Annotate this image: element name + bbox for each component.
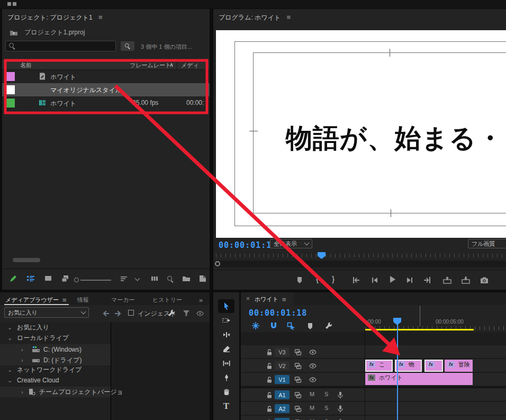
lift-button[interactable]	[443, 276, 451, 284]
track-target-toggle[interactable]: V1	[275, 375, 290, 384]
filter-funnel-icon[interactable]	[182, 309, 191, 317]
track-target-toggle[interactable]: A1	[275, 390, 290, 399]
track-select-forward-tool[interactable]	[218, 314, 234, 327]
track-v3[interactable]: V3	[241, 345, 506, 359]
track-lock-icon[interactable]	[265, 362, 274, 370]
project-row-1[interactable]: ホワイト	[2, 70, 210, 83]
tree-item-5[interactable]: ⌄ネットワークドライブ	[0, 364, 111, 375]
panel-menu-icon[interactable]: ≡	[62, 296, 67, 304]
solo-button[interactable]: S	[324, 391, 328, 397]
tree-item-label[interactable]: D: (ドライブ)	[43, 356, 82, 365]
step-back-button[interactable]	[371, 276, 379, 284]
tree-expander-icon[interactable]: ›	[21, 357, 28, 363]
mark-out-button[interactable]: }	[332, 274, 335, 283]
tree-item-1[interactable]: ⌄お気に入り	[0, 322, 111, 333]
freeform-view-button[interactable]	[61, 274, 69, 283]
search-input[interactable]	[5, 41, 116, 51]
tree-expander-icon[interactable]: ⌄	[7, 367, 14, 373]
column-media[interactable]: メディ	[181, 61, 199, 69]
fx-badge[interactable]: fx	[427, 361, 435, 368]
linked-selection-icon[interactable]	[287, 321, 295, 330]
fx-badge[interactable]: fx	[368, 374, 375, 381]
item-name[interactable]: ホワイト	[50, 99, 76, 108]
sort-ascending-icon[interactable]: ∧	[169, 61, 174, 68]
snap-magnet-icon[interactable]	[269, 321, 278, 330]
tree-item-label[interactable]: ローカルドライブ	[17, 334, 69, 343]
new-bin-button[interactable]	[182, 274, 191, 283]
label-color-swatch[interactable]	[4, 72, 15, 81]
panel-menu-icon[interactable]: ≡	[282, 296, 286, 303]
automate-to-sequence-button[interactable]	[150, 274, 159, 283]
sequence-tab-title[interactable]: ホワイト	[255, 296, 278, 303]
preview-eye-icon[interactable]	[196, 309, 204, 318]
sort-menu-chevron-icon[interactable]	[135, 276, 140, 281]
tab-history[interactable]: ヒストリー	[152, 296, 182, 304]
track-lock-icon[interactable]	[265, 405, 274, 413]
tree-item-label[interactable]: お気に入り	[17, 323, 49, 332]
item-name[interactable]: マイオリジナルスタイル	[50, 86, 122, 95]
tree-expander-icon[interactable]: ›	[21, 389, 23, 395]
new-item-button[interactable]	[198, 274, 207, 283]
add-marker-button[interactable]	[295, 276, 304, 284]
column-name[interactable]: 名前	[20, 61, 32, 69]
navigate-up-icon[interactable]	[10, 29, 18, 37]
track-output-eye-icon[interactable]	[309, 376, 317, 384]
playback-quality-select[interactable]: フル画質	[468, 239, 506, 248]
track-target-toggle[interactable]: V2	[275, 361, 290, 370]
tree-expander-icon[interactable]: ›	[21, 346, 28, 353]
type-tool[interactable]: T	[218, 399, 234, 413]
add-marker-button[interactable]	[306, 322, 314, 330]
timeline-settings-wrench-icon[interactable]	[324, 321, 333, 330]
tree-item-6[interactable]: ⌄Creative Cloud	[0, 375, 111, 386]
voiceover-mic-icon[interactable]	[336, 405, 345, 413]
slip-tool[interactable]	[218, 356, 234, 370]
item-name[interactable]: ホワイト	[50, 73, 76, 82]
label-color-swatch[interactable]	[4, 85, 15, 94]
track-target-toggle[interactable]: V3	[275, 347, 290, 356]
back-button[interactable]	[102, 309, 110, 318]
tab-overflow-icon[interactable]: »	[199, 296, 203, 304]
fx-badge[interactable]: fx	[397, 361, 405, 368]
horizontal-scrollbar[interactable]	[13, 258, 40, 262]
ripple-edit-tool[interactable]	[218, 328, 234, 342]
track-a3[interactable]: A3MS	[241, 416, 506, 420]
clip-v2-4[interactable]: fx冒険	[445, 360, 473, 372]
mute-button[interactable]: M	[310, 391, 314, 397]
track-target-toggle[interactable]: A2	[275, 404, 290, 413]
play-button[interactable]	[388, 275, 396, 283]
nest-sequence-toggle-icon[interactable]	[251, 321, 260, 330]
razor-tool[interactable]	[218, 342, 234, 356]
tree-item-label[interactable]: Creative Cloud	[17, 377, 59, 384]
panel-menu-icon[interactable]: ≡	[98, 13, 103, 21]
extract-button[interactable]	[462, 276, 470, 284]
label-color-swatch[interactable]	[4, 99, 15, 108]
timeline-playhead-line[interactable]	[397, 323, 398, 420]
fx-badge[interactable]: fx	[447, 361, 455, 368]
tree-item-2[interactable]: ⌄ローカルドライブ	[0, 333, 111, 343]
clip-v2-2[interactable]: fx物	[395, 360, 422, 372]
track-output-eye-icon[interactable]	[309, 348, 317, 356]
ingest-checkbox[interactable]	[128, 310, 134, 316]
program-monitor-title[interactable]: プログラム: ホワイト ≡	[219, 13, 291, 22]
breadcrumb[interactable]: プロジェクト1.prproj	[10, 28, 85, 37]
app-menu-icon-2[interactable]	[13, 2, 16, 6]
sync-lock-icon[interactable]	[294, 362, 302, 370]
fx-badge[interactable]: fx	[368, 361, 375, 368]
tree-item-label[interactable]: ネットワークドライブ	[17, 365, 82, 374]
voiceover-mic-icon[interactable]	[336, 391, 345, 399]
mute-button[interactable]: M	[310, 405, 314, 411]
tree-expander-icon[interactable]: ⌄	[7, 335, 14, 342]
sync-lock-icon[interactable]	[294, 348, 302, 356]
sync-lock-icon[interactable]	[294, 391, 302, 399]
go-to-in-button[interactable]	[352, 276, 360, 284]
export-frame-button[interactable]	[480, 276, 489, 284]
tree-item-4[interactable]: ›D: (ドライブ)	[0, 355, 111, 365]
panel-menu-icon[interactable]: ≡	[287, 13, 291, 21]
favorites-select[interactable]: お気に入り	[4, 307, 89, 318]
sync-lock-icon[interactable]	[294, 376, 302, 384]
track-a2[interactable]: A2MS	[241, 402, 506, 415]
tab-info[interactable]: 情報	[77, 296, 89, 304]
ingest-settings-wrench-icon[interactable]	[167, 309, 176, 317]
mark-in-button[interactable]: {	[316, 274, 319, 283]
tree-expander-icon[interactable]: ⌄	[7, 324, 14, 331]
